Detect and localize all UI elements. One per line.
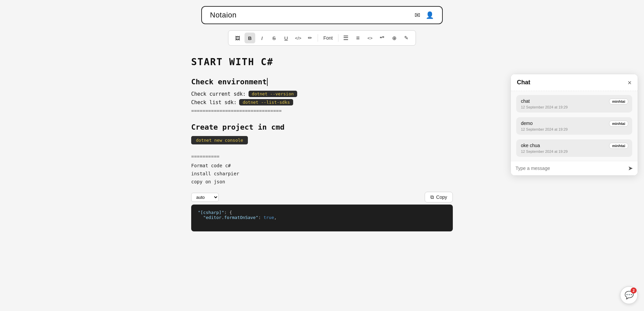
- toolbar-quote-btn[interactable]: ❝❞: [377, 33, 387, 43]
- sdk-list-code: dotnet --list-sdks: [239, 99, 293, 105]
- code-area: auto json csharp bash ⧉ Copy "[csharp]":…: [191, 192, 453, 231]
- chat-message-3: minhtai oke chua 12 September 2024 at 19…: [516, 139, 632, 157]
- app-header: Notaion ✉ 👤: [201, 6, 443, 24]
- chat-avatar-1: minhtai: [609, 98, 628, 104]
- chat-avatar-2: minhtai: [609, 121, 628, 127]
- toolbar-color-btn[interactable]: ✏: [305, 33, 316, 43]
- doc-title: START WITH C#: [191, 56, 453, 68]
- toolbar-underline-btn[interactable]: U: [281, 33, 291, 43]
- section-heading-create-project: Create project in cmd: [191, 123, 453, 131]
- sdk-list-label: Check list sdk:: [191, 99, 236, 105]
- sdk-list-line: Check list sdk: dotnet --list-sdks: [191, 99, 453, 105]
- code-line-2: "editor.formatOnSave": true,: [198, 215, 446, 220]
- sdk-version-line: Check current sdk: dotnet --version: [191, 91, 453, 97]
- chat-bubble-badge: 2: [631, 287, 637, 294]
- email-icon[interactable]: ✉: [415, 11, 420, 19]
- toolbar-list-ol-btn[interactable]: ≡: [353, 33, 363, 43]
- chat-send-button[interactable]: ➤: [628, 165, 633, 172]
- sdk-version-code: dotnet --version: [249, 91, 297, 97]
- code-block: "[csharp]": { "editor.formatOnSave": tru…: [191, 205, 453, 231]
- section-create-project: Create project in cmd dotnet new console…: [191, 123, 453, 231]
- editor-toolbar: 🖼 B I S U </> ✏ Font ☰ ≡ <> ❝❞ ⊕ ✎: [228, 30, 416, 46]
- header-actions: ✉ 👤: [415, 11, 434, 19]
- chat-msg-text-3: oke chua: [521, 143, 604, 148]
- copy-icon: ⧉: [430, 194, 434, 200]
- chat-close-button[interactable]: ×: [628, 79, 632, 86]
- chat-msg-time-2: 12 September 2024 at 19:29: [521, 127, 628, 131]
- chat-message-2: minhtai demo 12 September 2024 at 19:29: [516, 117, 632, 135]
- chat-input-row: ➤: [511, 161, 638, 175]
- section-divider-2: ==========: [191, 154, 453, 159]
- format-lines: Format code c# install csharpier copy on…: [191, 162, 453, 186]
- toolbar-list-ul-btn[interactable]: ☰: [340, 33, 351, 43]
- toolbar-italic-btn[interactable]: I: [257, 33, 267, 43]
- lang-select[interactable]: auto json csharp bash: [191, 193, 219, 202]
- toolbar-inline-code-btn[interactable]: </>: [293, 33, 304, 43]
- toolbar-bold-btn[interactable]: B: [245, 33, 255, 43]
- sdk-version-label: Check current sdk:: [191, 91, 246, 97]
- chat-msg-text-2: demo: [521, 121, 604, 126]
- create-project-code: dotnet new console: [191, 136, 248, 144]
- chat-title: Chat: [517, 79, 530, 86]
- toolbar-font-btn[interactable]: Font: [320, 33, 336, 43]
- toolbar-divider-1: [318, 34, 318, 42]
- toolbar-strikethrough-btn[interactable]: S: [269, 33, 279, 43]
- chat-input[interactable]: [516, 166, 625, 171]
- chat-msg-time-1: 12 September 2024 at 19:29: [521, 105, 628, 109]
- chat-messages: minhtai chat 12 September 2024 at 19:29 …: [511, 91, 638, 161]
- chat-message-1: minhtai chat 12 September 2024 at 19:29: [516, 95, 632, 113]
- user-icon[interactable]: 👤: [426, 11, 434, 19]
- toolbar-image-btn[interactable]: 🖼: [232, 33, 243, 43]
- chat-bubble[interactable]: 💬 2: [620, 286, 638, 304]
- app-title: Notaion: [210, 11, 236, 19]
- send-icon: ➤: [628, 165, 633, 172]
- section-check-env: Check environment Check current sdk: dot…: [191, 78, 453, 114]
- code-area-controls: auto json csharp bash ⧉ Copy: [191, 192, 453, 203]
- toolbar-divider-2: [338, 34, 338, 42]
- toolbar-code-btn[interactable]: <>: [365, 33, 375, 43]
- toolbar-link-btn[interactable]: ⊕: [389, 33, 399, 43]
- chat-msg-text-1: chat: [521, 98, 604, 104]
- toolbar-edit-btn[interactable]: ✎: [401, 33, 412, 43]
- code-line-1: "[csharp]": {: [198, 210, 446, 215]
- text-cursor: [267, 78, 268, 86]
- chat-msg-time-3: 12 September 2024 at 19:29: [521, 149, 628, 153]
- chat-panel: Chat × minhtai chat 12 September 2024 at…: [511, 74, 638, 176]
- copy-button[interactable]: ⧉ Copy: [425, 192, 453, 203]
- main-content: START WITH C# Check environment Check cu…: [171, 56, 473, 231]
- section-heading-check-env: Check environment: [191, 78, 453, 86]
- section-divider-1: ================================: [191, 108, 453, 114]
- copy-label: Copy: [436, 194, 447, 200]
- chat-avatar-3: minhtai: [609, 143, 628, 149]
- chat-header: Chat ×: [511, 74, 638, 91]
